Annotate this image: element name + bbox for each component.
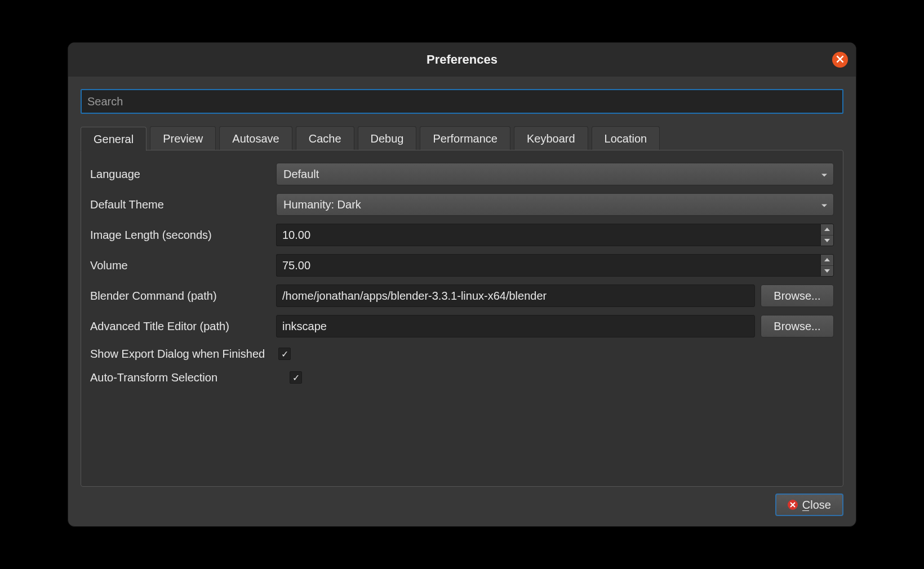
auto-transform-label: Auto-Transform Selection	[90, 371, 276, 384]
language-dropdown[interactable]: Default	[276, 163, 834, 185]
image-length-step-down[interactable]	[821, 235, 833, 246]
show-export-checkbox[interactable]: ✓	[278, 348, 291, 360]
dialog-body: General Preview Autosave Cache Debug Per…	[68, 77, 856, 526]
tab-location[interactable]: Location	[592, 126, 660, 150]
chevron-down-icon	[821, 198, 828, 211]
title-editor-input[interactable]	[276, 315, 755, 337]
volume-step-down[interactable]	[821, 266, 833, 277]
show-export-label: Show Export Dialog when Finished	[90, 348, 265, 361]
blender-path-input[interactable]	[276, 284, 755, 307]
dialog-footer: Close	[81, 487, 843, 518]
theme-value: Humanity: Dark	[283, 198, 361, 211]
tab-preview[interactable]: Preview	[150, 126, 216, 150]
image-length-label: Image Length (seconds)	[90, 229, 276, 242]
theme-label: Default Theme	[90, 198, 276, 211]
titlebar: Preferences	[68, 43, 856, 77]
close-button-label: Close	[802, 499, 831, 512]
tab-autosave[interactable]: Autosave	[219, 126, 292, 150]
volume-step-up[interactable]	[821, 255, 833, 266]
tab-debug[interactable]: Debug	[358, 126, 417, 150]
theme-dropdown[interactable]: Humanity: Dark	[276, 193, 834, 216]
tab-performance[interactable]: Performance	[420, 126, 510, 150]
window-close-button[interactable]	[832, 52, 848, 68]
window-title: Preferences	[427, 52, 497, 67]
volume-label: Volume	[90, 259, 276, 272]
general-panel: Language Default Default Theme Humanity:…	[81, 150, 843, 487]
title-editor-label: Advanced Title Editor (path)	[90, 320, 276, 333]
tab-cache[interactable]: Cache	[296, 126, 354, 150]
chevron-down-icon	[821, 168, 828, 181]
search-input[interactable]	[81, 89, 843, 114]
blender-browse-button[interactable]: Browse...	[761, 284, 834, 307]
tabs: General Preview Autosave Cache Debug Per…	[81, 126, 843, 150]
language-label: Language	[90, 168, 276, 181]
image-length-input[interactable]	[276, 224, 820, 246]
auto-transform-checkbox[interactable]: ✓	[290, 371, 302, 384]
preferences-window: Preferences General Preview Autosave Cac…	[68, 42, 856, 527]
language-value: Default	[283, 168, 319, 181]
image-length-step-up[interactable]	[821, 224, 833, 235]
close-button[interactable]: Close	[775, 494, 843, 516]
volume-input[interactable]	[276, 254, 820, 277]
blender-path-label: Blender Command (path)	[90, 290, 276, 303]
title-editor-browse-button[interactable]: Browse...	[761, 315, 834, 337]
close-icon	[788, 500, 798, 510]
tab-keyboard[interactable]: Keyboard	[514, 126, 588, 150]
close-icon	[836, 55, 844, 65]
tab-general[interactable]: General	[81, 127, 146, 151]
